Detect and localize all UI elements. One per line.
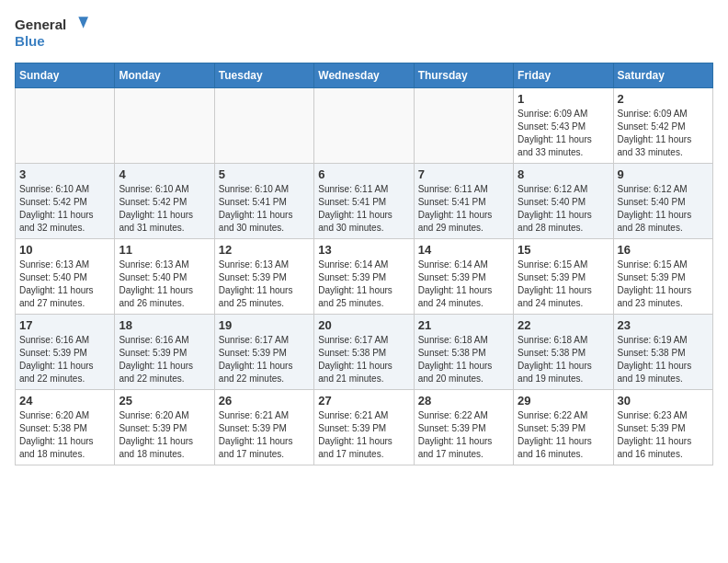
week-row-1: 1Sunrise: 6:09 AM Sunset: 5:43 PM Daylig… [16, 88, 713, 164]
day-number: 23 [618, 318, 709, 332]
day-info: Sunrise: 6:12 AM Sunset: 5:40 PM Dayligh… [518, 183, 609, 235]
day-info: Sunrise: 6:22 AM Sunset: 5:39 PM Dayligh… [418, 409, 509, 461]
logo-svg: General Blue [15, 15, 88, 52]
day-cell [214, 88, 313, 164]
day-cell: 23Sunrise: 6:19 AM Sunset: 5:38 PM Dayli… [613, 315, 712, 390]
day-number: 20 [318, 318, 409, 332]
day-info: Sunrise: 6:21 AM Sunset: 5:39 PM Dayligh… [318, 409, 409, 461]
day-cell [16, 88, 115, 164]
day-cell: 29Sunrise: 6:22 AM Sunset: 5:39 PM Dayli… [514, 390, 613, 465]
day-info: Sunrise: 6:13 AM Sunset: 5:39 PM Dayligh… [219, 259, 310, 310]
day-number: 6 [318, 167, 409, 181]
day-info: Sunrise: 6:10 AM Sunset: 5:41 PM Dayligh… [219, 183, 310, 235]
day-number: 7 [418, 167, 509, 181]
day-cell: 10Sunrise: 6:13 AM Sunset: 5:40 PM Dayli… [16, 239, 115, 315]
day-info: Sunrise: 6:09 AM Sunset: 5:43 PM Dayligh… [518, 108, 609, 159]
day-cell: 3Sunrise: 6:10 AM Sunset: 5:42 PM Daylig… [16, 164, 115, 239]
day-info: Sunrise: 6:16 AM Sunset: 5:39 PM Dayligh… [19, 334, 110, 385]
week-row-2: 3Sunrise: 6:10 AM Sunset: 5:42 PM Daylig… [16, 164, 713, 239]
day-cell: 25Sunrise: 6:20 AM Sunset: 5:39 PM Dayli… [115, 390, 214, 465]
day-number: 30 [618, 394, 709, 408]
day-cell: 27Sunrise: 6:21 AM Sunset: 5:39 PM Dayli… [314, 390, 414, 465]
day-info: Sunrise: 6:20 AM Sunset: 5:39 PM Dayligh… [119, 409, 210, 461]
calendar-table: SundayMondayTuesdayWednesdayThursdayFrid… [15, 63, 713, 465]
day-number: 24 [19, 394, 110, 408]
day-info: Sunrise: 6:18 AM Sunset: 5:38 PM Dayligh… [418, 334, 509, 385]
day-cell: 17Sunrise: 6:16 AM Sunset: 5:39 PM Dayli… [16, 315, 115, 390]
day-info: Sunrise: 6:09 AM Sunset: 5:42 PM Dayligh… [618, 108, 709, 159]
day-info: Sunrise: 6:14 AM Sunset: 5:39 PM Dayligh… [418, 259, 509, 310]
day-cell: 7Sunrise: 6:11 AM Sunset: 5:41 PM Daylig… [414, 164, 513, 239]
day-number: 8 [518, 167, 609, 181]
day-number: 21 [418, 318, 509, 332]
day-cell: 12Sunrise: 6:13 AM Sunset: 5:39 PM Dayli… [214, 239, 313, 315]
page-header: General Blue [15, 15, 713, 52]
day-cell: 26Sunrise: 6:21 AM Sunset: 5:39 PM Dayli… [214, 390, 313, 465]
weekday-header-friday: Friday [514, 63, 613, 88]
weekday-header-tuesday: Tuesday [214, 63, 313, 88]
day-number: 14 [418, 243, 509, 257]
day-number: 29 [518, 394, 609, 408]
day-number: 15 [518, 243, 609, 257]
weekday-header-wednesday: Wednesday [314, 63, 414, 88]
day-number: 16 [618, 243, 709, 257]
logo: General Blue [15, 15, 88, 52]
day-number: 10 [19, 243, 110, 257]
day-cell: 18Sunrise: 6:16 AM Sunset: 5:39 PM Dayli… [115, 315, 214, 390]
day-cell: 11Sunrise: 6:13 AM Sunset: 5:40 PM Dayli… [115, 239, 214, 315]
day-cell: 8Sunrise: 6:12 AM Sunset: 5:40 PM Daylig… [514, 164, 613, 239]
svg-marker-2 [78, 17, 88, 28]
weekday-header-saturday: Saturday [613, 63, 712, 88]
day-cell: 28Sunrise: 6:22 AM Sunset: 5:39 PM Dayli… [414, 390, 513, 465]
day-number: 5 [219, 167, 310, 181]
day-number: 12 [219, 243, 310, 257]
day-info: Sunrise: 6:17 AM Sunset: 5:39 PM Dayligh… [219, 334, 310, 385]
day-number: 1 [518, 92, 609, 106]
day-number: 11 [119, 243, 210, 257]
day-info: Sunrise: 6:10 AM Sunset: 5:42 PM Dayligh… [19, 183, 110, 235]
day-cell: 4Sunrise: 6:10 AM Sunset: 5:42 PM Daylig… [115, 164, 214, 239]
weekday-header-thursday: Thursday [414, 63, 513, 88]
day-info: Sunrise: 6:13 AM Sunset: 5:40 PM Dayligh… [19, 259, 110, 310]
day-cell: 9Sunrise: 6:12 AM Sunset: 5:40 PM Daylig… [613, 164, 712, 239]
day-number: 4 [119, 167, 210, 181]
day-number: 19 [219, 318, 310, 332]
day-cell: 2Sunrise: 6:09 AM Sunset: 5:42 PM Daylig… [613, 88, 712, 164]
week-row-5: 24Sunrise: 6:20 AM Sunset: 5:38 PM Dayli… [16, 390, 713, 465]
day-cell: 22Sunrise: 6:18 AM Sunset: 5:38 PM Dayli… [514, 315, 613, 390]
day-cell [115, 88, 214, 164]
day-info: Sunrise: 6:17 AM Sunset: 5:38 PM Dayligh… [318, 334, 409, 385]
day-info: Sunrise: 6:21 AM Sunset: 5:39 PM Dayligh… [219, 409, 310, 461]
day-info: Sunrise: 6:15 AM Sunset: 5:39 PM Dayligh… [618, 259, 709, 310]
svg-text:General: General [15, 17, 66, 32]
day-number: 2 [618, 92, 709, 106]
day-info: Sunrise: 6:18 AM Sunset: 5:38 PM Dayligh… [518, 334, 609, 385]
weekday-header-sunday: Sunday [16, 63, 115, 88]
day-number: 17 [19, 318, 110, 332]
day-info: Sunrise: 6:11 AM Sunset: 5:41 PM Dayligh… [418, 183, 509, 235]
day-cell: 15Sunrise: 6:15 AM Sunset: 5:39 PM Dayli… [514, 239, 613, 315]
day-number: 18 [119, 318, 210, 332]
day-info: Sunrise: 6:19 AM Sunset: 5:38 PM Dayligh… [618, 334, 709, 385]
day-info: Sunrise: 6:16 AM Sunset: 5:39 PM Dayligh… [119, 334, 210, 385]
day-info: Sunrise: 6:13 AM Sunset: 5:40 PM Dayligh… [119, 259, 210, 310]
day-info: Sunrise: 6:20 AM Sunset: 5:38 PM Dayligh… [19, 409, 110, 461]
svg-text:Blue: Blue [15, 33, 45, 49]
day-cell: 1Sunrise: 6:09 AM Sunset: 5:43 PM Daylig… [514, 88, 613, 164]
week-row-4: 17Sunrise: 6:16 AM Sunset: 5:39 PM Dayli… [16, 315, 713, 390]
day-cell: 13Sunrise: 6:14 AM Sunset: 5:39 PM Dayli… [314, 239, 414, 315]
day-cell [414, 88, 513, 164]
day-info: Sunrise: 6:15 AM Sunset: 5:39 PM Dayligh… [518, 259, 609, 310]
day-number: 3 [19, 167, 110, 181]
day-info: Sunrise: 6:10 AM Sunset: 5:42 PM Dayligh… [119, 183, 210, 235]
day-info: Sunrise: 6:22 AM Sunset: 5:39 PM Dayligh… [518, 409, 609, 461]
day-number: 9 [618, 167, 709, 181]
day-cell: 24Sunrise: 6:20 AM Sunset: 5:38 PM Dayli… [16, 390, 115, 465]
weekday-header-monday: Monday [115, 63, 214, 88]
day-number: 26 [219, 394, 310, 408]
day-cell: 5Sunrise: 6:10 AM Sunset: 5:41 PM Daylig… [214, 164, 313, 239]
day-info: Sunrise: 6:11 AM Sunset: 5:41 PM Dayligh… [318, 183, 409, 235]
day-cell [314, 88, 414, 164]
day-cell: 14Sunrise: 6:14 AM Sunset: 5:39 PM Dayli… [414, 239, 513, 315]
day-number: 22 [518, 318, 609, 332]
